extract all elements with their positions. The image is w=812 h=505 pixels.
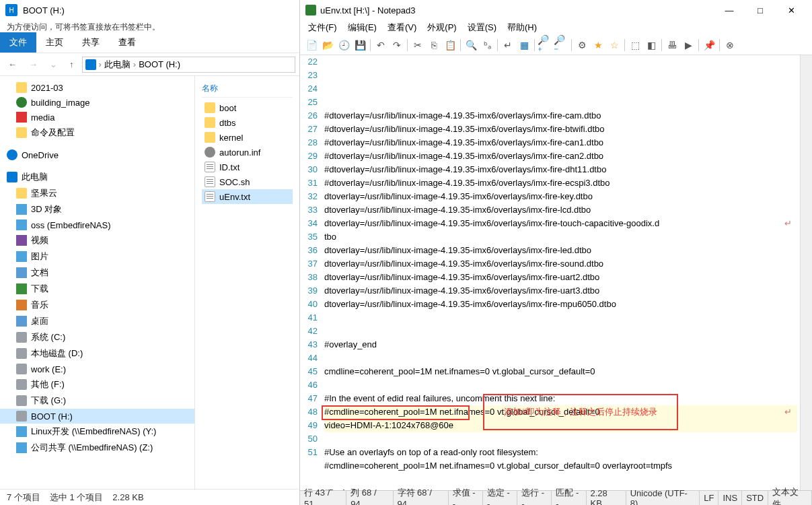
code-line[interactable]: #Use an overlayfs on top of a read-only … — [324, 446, 797, 459]
menu-item[interactable]: 帮助(H) — [502, 20, 542, 35]
transparent-icon[interactable]: ◧ — [644, 38, 659, 53]
open-icon[interactable]: 📂 — [320, 38, 335, 53]
code-line[interactable]: cmdline=coherent_pool=1M net.ifnames=0 v… — [324, 365, 797, 378]
code-line[interactable]: dtoverlay=/usr/lib/linux-image-4.19.35-i… — [324, 217, 797, 230]
code-line[interactable]: dtoverlay=/usr/lib/linux-image-4.19.35-i… — [324, 190, 797, 203]
code-line[interactable]: #overlay_end — [324, 338, 797, 351]
code-line[interactable]: dtoverlay=/usr/lib/linux-image-4.19.35-i… — [324, 271, 797, 284]
crumb-drive[interactable]: BOOT (H:) — [139, 59, 180, 69]
code-line[interactable]: dtoverlay=/usr/lib/linux-image-4.19.35-i… — [324, 257, 797, 271]
code-line[interactable]: #dtoverlay=/usr/lib/linux-image-4.19.35-… — [324, 176, 797, 190]
tree-item[interactable]: 图片 — [0, 248, 194, 265]
pin-icon[interactable]: 📌 — [702, 38, 716, 53]
status-ins[interactable]: INS — [718, 491, 742, 505]
fav-add-icon[interactable]: ★ — [591, 38, 605, 53]
status-encoding[interactable]: Unicode (UTF-8) — [626, 491, 700, 505]
tab-home[interactable]: 主页 — [36, 32, 73, 53]
crumb-pc[interactable]: 此电脑 — [104, 59, 131, 71]
tab-view[interactable]: 查看 — [109, 32, 145, 53]
tree-item[interactable]: 3D 对象 — [0, 201, 194, 217]
replace-icon[interactable]: ᵇₐ — [480, 38, 494, 53]
code-line[interactable] — [324, 325, 797, 338]
paste-icon[interactable]: 📋 — [443, 38, 457, 53]
fav-icon[interactable]: ☆ — [607, 38, 622, 53]
code-line[interactable]: #flash_firmware=continued — [324, 486, 797, 490]
launch-icon[interactable]: ▶ — [681, 38, 696, 53]
tab-share[interactable]: 共享 — [73, 32, 109, 53]
tree-item[interactable]: 音乐 — [0, 297, 194, 313]
menu-item[interactable]: 文件(F) — [303, 20, 342, 35]
cut-icon[interactable]: ✂ — [410, 38, 425, 53]
code-line[interactable] — [324, 473, 797, 486]
tree-item[interactable]: 公司共享 (\\EmbedfireNAS) (Z:) — [0, 440, 194, 456]
file-item[interactable]: boot — [202, 100, 293, 115]
tree-item[interactable]: building_image — [0, 95, 194, 110]
undo-icon[interactable]: ↶ — [373, 38, 388, 53]
tree-item[interactable]: media — [0, 110, 194, 125]
status-eol[interactable]: LF — [700, 491, 718, 505]
menu-item[interactable]: 外观(P) — [422, 20, 462, 35]
code-line[interactable]: #dtoverlay=/usr/lib/linux-image-4.19.35-… — [324, 136, 797, 149]
tree-thispc[interactable]: 此电脑 — [0, 169, 194, 185]
tree-item[interactable]: work (E:) — [0, 362, 194, 376]
tab-file[interactable]: 文件 — [0, 32, 36, 53]
menu-item[interactable]: 查看(V) — [382, 20, 422, 35]
redo-icon[interactable]: ↷ — [390, 38, 404, 53]
tree-item[interactable]: Linux开发 (\\EmbedfireNAS) (Y:) — [0, 424, 194, 440]
code-line[interactable]: #dtoverlay=/usr/lib/linux-image-4.19.35-… — [324, 109, 797, 123]
save-icon[interactable]: 💾 — [353, 38, 367, 53]
tree-item[interactable]: 文档 — [0, 265, 194, 281]
nav-forward-icon[interactable]: → — [25, 57, 42, 72]
tree-item[interactable]: 视频 — [0, 232, 194, 248]
breadcrumb[interactable]: › 此电脑 › BOOT (H:) — [82, 57, 296, 73]
file-item[interactable]: ID.txt — [202, 160, 293, 174]
tree-item[interactable]: 系统 (C:) — [0, 329, 194, 345]
zoomin-icon[interactable]: 🔎⁺ — [538, 38, 552, 53]
code-line[interactable]: dtoverlay=/usr/lib/linux-image-4.19.35-i… — [324, 298, 797, 311]
file-item[interactable]: autorun.inf — [202, 145, 293, 160]
nav-back-icon[interactable]: ← — [4, 57, 21, 72]
new-icon[interactable]: 📄 — [304, 38, 319, 53]
menu-item[interactable]: 编辑(E) — [342, 20, 382, 35]
menu-item[interactable]: 设置(S) — [462, 20, 502, 35]
print-icon[interactable]: 🖶 — [665, 38, 679, 53]
nav-tree[interactable]: 2021-03building_imagemedia命令及配置OneDrive此… — [0, 76, 195, 489]
file-item[interactable]: uEnv.txt — [202, 189, 293, 204]
tree-item[interactable]: oss (EmbedfireNAS) — [0, 217, 194, 232]
file-item[interactable]: dtbs — [202, 115, 293, 130]
code-line[interactable]: dtoverlay=/usr/lib/linux-image-4.19.35-i… — [324, 284, 797, 298]
find-icon[interactable]: 🔍 — [464, 38, 478, 53]
code-line[interactable]: tbo — [324, 230, 797, 244]
tree-item[interactable]: 2021-03 — [0, 80, 194, 95]
tree-onedrive[interactable]: OneDrive — [0, 147, 194, 162]
tree-item[interactable]: 其他 (F:) — [0, 376, 194, 393]
code-line[interactable] — [324, 378, 797, 392]
tree-item[interactable]: 命令及配置 — [0, 125, 194, 141]
nav-recent-icon[interactable]: ⌄ — [46, 57, 61, 72]
exit-icon[interactable]: ⊗ — [723, 38, 737, 53]
chevron-right-icon[interactable]: › — [133, 59, 136, 69]
vertical-scrollbar[interactable] — [800, 55, 812, 490]
minimize-button[interactable]: — — [714, 0, 745, 20]
code-line[interactable]: #dtoverlay=/usr/lib/linux-image-4.19.35-… — [324, 123, 797, 136]
code-line[interactable] — [324, 311, 797, 325]
tree-item[interactable]: 下载 — [0, 281, 194, 297]
code-line[interactable] — [324, 432, 797, 446]
code-line[interactable]: #dtoverlay=/usr/lib/linux-image-4.19.35-… — [324, 149, 797, 163]
tree-item[interactable]: 本地磁盘 (D:) — [0, 345, 194, 362]
history-icon[interactable]: 🕘 — [336, 38, 351, 53]
zoomout-icon[interactable]: 🔎⁻ — [554, 38, 568, 53]
code-line[interactable]: dtoverlay=/usr/lib/linux-image-4.19.35-i… — [324, 244, 797, 257]
column-header-name[interactable]: 名称 — [202, 80, 293, 98]
ontop-icon[interactable]: ⬚ — [628, 38, 642, 53]
code-area[interactable]: 添加#即为注释，注释之后停止持续烧录 #dtoverlay=/usr/lib/l… — [322, 55, 800, 490]
close-button[interactable]: ✕ — [776, 0, 807, 20]
editor[interactable]: 2223242526272829303132333435363738394041… — [300, 55, 812, 490]
chevron-right-icon[interactable]: › — [99, 59, 102, 69]
tree-item[interactable]: 坚果云 — [0, 185, 194, 201]
guide-icon[interactable]: ▦ — [517, 38, 531, 53]
tree-item[interactable]: 桌面 — [0, 313, 194, 329]
maximize-button[interactable]: □ — [745, 0, 776, 20]
status-filetype[interactable]: 文本文件 — [768, 491, 812, 505]
code-line[interactable]: #dtoverlay=/usr/lib/linux-image-4.19.35-… — [324, 163, 797, 176]
